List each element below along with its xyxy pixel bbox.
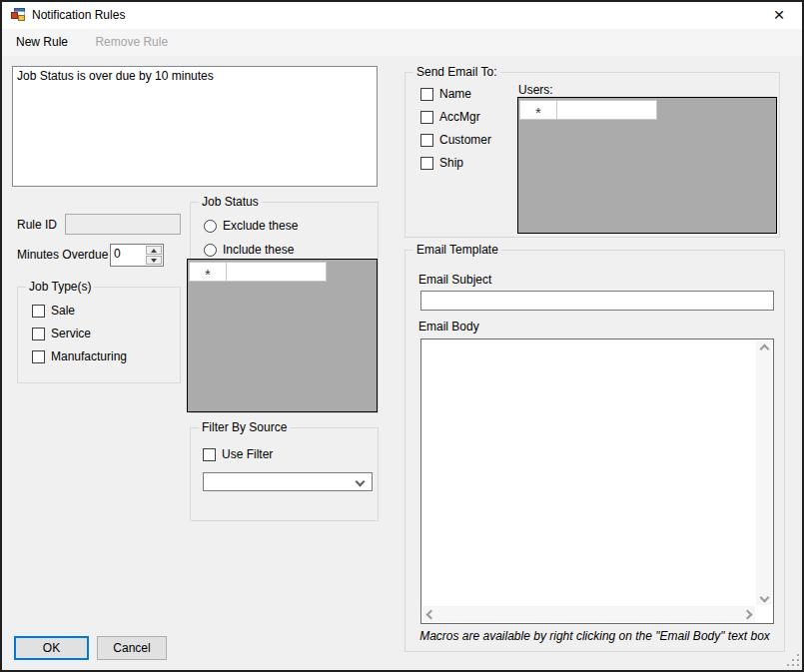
cancel-button[interactable]: Cancel [97, 636, 167, 660]
filter-by-source-group: Filter By Source Use Filter [190, 427, 379, 521]
checkbox-box[interactable] [32, 328, 45, 340]
radio-label: Include these [223, 243, 294, 257]
rules-listbox[interactable]: Job Status is over due by 10 minutes [12, 66, 378, 187]
chevron-up-icon [759, 343, 769, 353]
checkbox-customer[interactable]: Customer [420, 133, 491, 147]
job-types-title: Job Type(s) [26, 280, 94, 294]
chevron-right-icon [742, 609, 752, 619]
checkbox-ship[interactable]: Ship [420, 156, 463, 170]
rule-id-field[interactable] [65, 214, 181, 235]
ok-button[interactable]: OK [14, 636, 89, 660]
job-status-title: Job Status [199, 195, 262, 209]
stepper-down-button[interactable] [146, 256, 162, 265]
up-arrow-icon [151, 249, 157, 253]
radio-label: Exclude these [223, 219, 298, 233]
scroll-right-button[interactable] [739, 606, 755, 622]
checkbox-box[interactable] [32, 350, 45, 363]
scroll-left-button[interactable] [422, 606, 438, 622]
checkbox-box[interactable] [420, 88, 433, 101]
checkbox-label: Ship [439, 156, 463, 170]
scroll-up-button[interactable] [756, 340, 772, 356]
rule-id-label: Rule ID [17, 218, 57, 232]
email-body-label: Email Body [418, 320, 479, 334]
email-template-title: Email Template [413, 243, 501, 257]
email-subject-label: Email Subject [418, 273, 491, 287]
app-icon [10, 7, 26, 23]
job-types-group: Job Type(s) Sale Service Manufacturing [17, 287, 181, 383]
email-body-field[interactable] [420, 338, 774, 624]
email-template-group: Email Template Email Subject Email Body … [404, 250, 785, 652]
job-status-grid[interactable]: * [187, 259, 378, 412]
menu-bar: New Rule Remove Rule [2, 29, 802, 56]
grid-cell[interactable] [557, 100, 657, 120]
checkbox-service[interactable]: Service [32, 327, 91, 340]
title-bar: Notification Rules × [2, 2, 802, 29]
email-subject-field[interactable] [420, 291, 774, 311]
send-email-to-title: Send Email To: [413, 65, 500, 79]
macros-note: Macros are available by right clicking o… [405, 629, 784, 643]
scroll-down-button[interactable] [756, 589, 772, 605]
minutes-overdue-stepper[interactable]: 0 [110, 244, 164, 267]
source-combobox[interactable] [203, 472, 373, 491]
checkbox-box[interactable] [420, 111, 433, 124]
send-email-to-group: Send Email To: Name AccMgr Customer Ship… [404, 72, 780, 238]
close-icon[interactable]: × [762, 2, 796, 29]
checkbox-box[interactable] [420, 157, 433, 170]
users-label: Users: [518, 83, 553, 97]
checkbox-box[interactable] [32, 305, 45, 318]
down-arrow-icon [151, 259, 157, 263]
stepper-up-button[interactable] [146, 246, 162, 255]
minutes-overdue-label: Minutes Overdue [17, 248, 108, 262]
checkbox-name[interactable]: Name [420, 87, 471, 101]
radio-circle[interactable] [204, 220, 217, 233]
checkbox-label: Customer [439, 133, 491, 147]
chevron-down-icon [759, 592, 769, 602]
horizontal-scrollbar[interactable] [422, 606, 755, 622]
checkbox-label: Manufacturing [51, 349, 127, 363]
checkbox-label: Name [439, 87, 471, 101]
vertical-scrollbar[interactable] [756, 340, 772, 605]
checkbox-label: Use Filter [222, 447, 273, 461]
window-title: Notification Rules [32, 2, 125, 29]
checkbox-label: Service [51, 327, 91, 340]
grid-new-row-header[interactable]: * [189, 262, 227, 282]
checkbox-box[interactable] [420, 134, 433, 147]
chevron-down-icon [356, 477, 366, 487]
checkbox-manufacturing[interactable]: Manufacturing [32, 349, 127, 363]
checkbox-accmgr[interactable]: AccMgr [420, 110, 480, 124]
checkbox-use-filter[interactable]: Use Filter [203, 447, 273, 461]
checkbox-label: AccMgr [439, 110, 480, 124]
menu-item-new-rule[interactable]: New Rule [6, 29, 78, 56]
filter-by-source-title: Filter By Source [199, 420, 290, 434]
menu-item-remove-rule: Remove Rule [85, 29, 178, 56]
grid-cell[interactable] [227, 262, 327, 282]
checkbox-box[interactable] [203, 448, 216, 461]
radio-circle[interactable] [204, 244, 217, 257]
grid-new-row-header[interactable]: * [519, 100, 557, 120]
notification-rules-window: Notification Rules × New Rule Remove Rul… [0, 0, 804, 672]
checkbox-sale[interactable]: Sale [32, 304, 75, 318]
users-grid[interactable]: * [517, 97, 777, 234]
resize-grip[interactable] [786, 654, 799, 667]
minutes-overdue-value[interactable]: 0 [114, 247, 121, 261]
list-item[interactable]: Job Status is over due by 10 minutes [13, 67, 377, 85]
radio-exclude-these[interactable]: Exclude these [204, 219, 298, 233]
radio-include-these[interactable]: Include these [204, 243, 294, 257]
chevron-left-icon [425, 609, 435, 619]
checkbox-label: Sale [51, 304, 75, 318]
